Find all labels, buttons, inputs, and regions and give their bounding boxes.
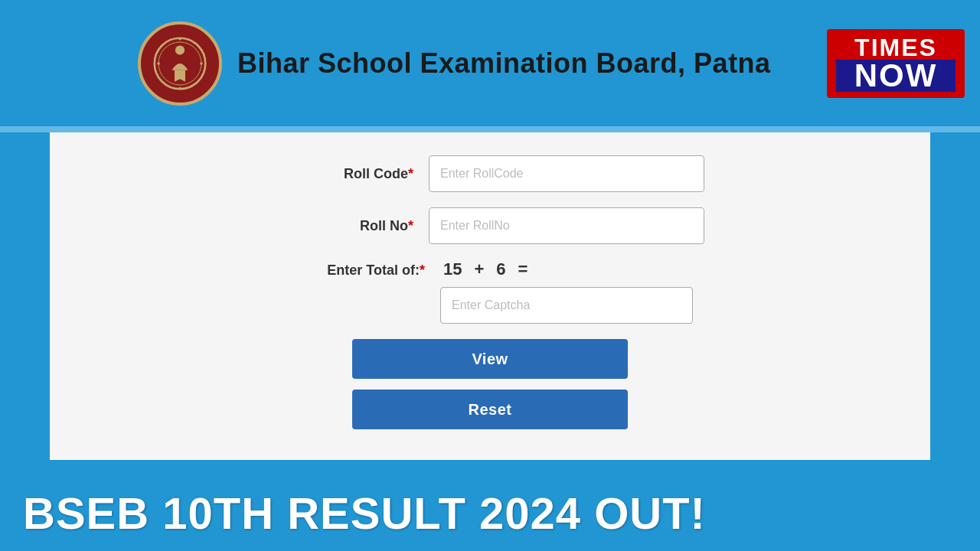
captcha-row: Enter Total of:* 15 + 6 = (161, 259, 819, 324)
header: Bihar School Examination Board, Patna TI… (0, 0, 980, 126)
captcha-equals: = (518, 259, 528, 279)
header-divider (0, 126, 980, 132)
captcha-num1: 15 (443, 259, 462, 279)
roll-code-row: Roll Code* (161, 155, 819, 192)
captcha-num2: 6 (496, 259, 505, 279)
captcha-input[interactable] (440, 287, 693, 324)
form-container: Roll Code* Roll No* Enter Total of:* 15 … (50, 132, 930, 460)
bseb-logo (138, 21, 222, 106)
breaking-news-banner: BSEB 10TH RESULT 2024 OUT! (0, 474, 980, 551)
view-button[interactable]: View (352, 339, 628, 379)
svg-point-2 (175, 45, 185, 54)
reset-button[interactable]: Reset (352, 390, 628, 429)
times-now-logo: TIMES NOW (827, 29, 965, 98)
button-row: View Reset (161, 339, 819, 429)
svg-point-6 (200, 62, 203, 65)
page-title: Bihar School Examination Board, Patna (237, 47, 771, 80)
roll-no-label: Roll No* (276, 218, 429, 234)
captcha-section: 15 + 6 = (440, 259, 693, 324)
captcha-label: Enter Total of:* (287, 259, 440, 279)
now-label: NOW (836, 60, 956, 92)
breaking-news-text: BSEB 10TH RESULT 2024 OUT! (23, 487, 706, 539)
roll-no-row: Roll No* (161, 207, 819, 244)
svg-point-5 (157, 62, 160, 65)
roll-no-input[interactable] (429, 207, 704, 244)
roll-code-label: Roll Code* (276, 166, 429, 182)
captcha-operator: + (474, 259, 484, 279)
times-label: TIMES (854, 35, 937, 60)
roll-code-input[interactable] (429, 155, 704, 192)
svg-point-3 (178, 37, 181, 40)
captcha-math: 15 + 6 = (440, 259, 528, 279)
form-inner: Roll Code* Roll No* Enter Total of:* 15 … (145, 155, 835, 429)
header-left: Bihar School Examination Board, Patna (138, 21, 771, 106)
svg-point-4 (178, 86, 181, 90)
